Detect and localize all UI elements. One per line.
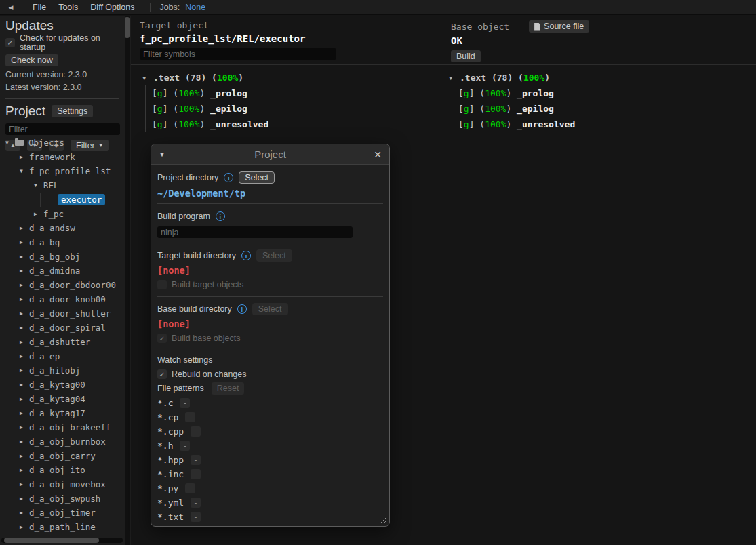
menu-tools[interactable]: Tools xyxy=(52,3,84,12)
tree-item-executor[interactable]: executor xyxy=(0,193,124,207)
chevron-right-icon[interactable]: ▶ xyxy=(20,424,29,430)
symbol-row-_epilog[interactable]: [g] (100%) _epilog xyxy=(152,101,268,117)
sidebar-scrollbar-thumb[interactable] xyxy=(125,17,130,38)
tree-item-d_a_bg_obj[interactable]: ▶d_a_bg_obj xyxy=(0,249,124,264)
chevron-right-icon[interactable]: ▶ xyxy=(20,154,29,160)
tree-item-d_a_obj_carry[interactable]: ▶d_a_obj_carry xyxy=(0,449,124,463)
filter-symbols-input[interactable] xyxy=(140,48,336,60)
chevron-down-icon[interactable]: ▼ xyxy=(5,140,15,146)
tree-item-Objects[interactable]: ▼Objects xyxy=(0,136,124,150)
checkbox-rebuild[interactable] xyxy=(157,369,167,379)
tree-item-d_a_obj_burnbox[interactable]: ▶d_a_obj_burnbox xyxy=(0,435,124,449)
tree-item-d_a_andsw[interactable]: ▶d_a_andsw xyxy=(0,221,124,235)
info-icon[interactable]: i xyxy=(241,251,251,260)
tree-item-d_a_obj_brakeeff[interactable]: ▶d_a_obj_brakeeff xyxy=(0,420,124,435)
checkbox-check-updates[interactable] xyxy=(5,38,15,47)
close-icon[interactable]: ✕ xyxy=(371,149,382,160)
build-program-input[interactable] xyxy=(157,226,353,238)
chevron-right-icon[interactable]: ▶ xyxy=(20,254,29,260)
tree-item-d_a_ep[interactable]: ▶d_a_ep xyxy=(0,349,124,363)
sidebar-scrollbar[interactable] xyxy=(125,16,130,545)
section-text-header[interactable]: ▼ .text (78) (100%) xyxy=(142,70,268,85)
tree-item-d_a_door_knob00[interactable]: ▶d_a_door_knob00 xyxy=(0,292,124,306)
chevron-right-icon[interactable]: ▶ xyxy=(20,296,29,302)
chevron-right-icon[interactable]: ▶ xyxy=(20,453,29,459)
remove-pattern-button[interactable]: - xyxy=(185,483,195,493)
tree-item-d_a_obj_movebox[interactable]: ▶d_a_obj_movebox xyxy=(0,477,124,491)
remove-pattern-button[interactable]: - xyxy=(180,441,190,451)
remove-pattern-button[interactable]: - xyxy=(191,512,201,522)
section-text-header[interactable]: ▼ .text (78) (100%) xyxy=(449,70,575,85)
chevron-right-icon[interactable]: ▶ xyxy=(20,282,29,288)
chevron-down-icon[interactable]: ▼ xyxy=(20,168,29,174)
tree-item-d_a_obj_timer[interactable]: ▶d_a_obj_timer xyxy=(0,506,124,520)
chevron-right-icon[interactable]: ▶ xyxy=(20,439,29,445)
chevron-right-icon[interactable]: ▶ xyxy=(20,367,29,374)
chevron-right-icon[interactable]: ▶ xyxy=(20,339,29,345)
symbol-row-_prolog[interactable]: [g] (100%) _prolog xyxy=(458,85,575,101)
checkbox-build-target[interactable] xyxy=(157,280,167,289)
tree-item-d_a_bg[interactable]: ▶d_a_bg xyxy=(0,235,124,249)
symbol-row-_unresolved[interactable]: [g] (100%) _unresolved xyxy=(152,117,268,132)
chevron-right-icon[interactable]: ▶ xyxy=(20,382,29,388)
symbol-row-_unresolved[interactable]: [g] (100%) _unresolved xyxy=(458,117,575,132)
info-icon[interactable]: i xyxy=(224,173,233,182)
tree-horizontal-scrollbar-thumb[interactable] xyxy=(4,538,99,543)
chevron-right-icon[interactable]: ▶ xyxy=(20,524,29,530)
remove-pattern-button[interactable]: - xyxy=(191,469,201,479)
target-build-dir-select-button[interactable]: Select xyxy=(256,249,292,262)
chevron-right-icon[interactable]: ▶ xyxy=(20,353,29,359)
updates-startup-checkbox-row[interactable]: Check for updates on startup xyxy=(5,36,124,49)
chevron-right-icon[interactable]: ▶ xyxy=(20,325,29,331)
chevron-right-icon[interactable]: ▶ xyxy=(20,481,29,487)
info-icon[interactable]: i xyxy=(216,211,225,221)
info-icon[interactable]: i xyxy=(237,304,247,314)
check-now-button[interactable]: Check now xyxy=(5,54,58,66)
jobs-none-link[interactable]: None xyxy=(185,3,205,12)
build-target-objects-row[interactable]: Build target objects xyxy=(157,278,383,291)
tree-item-d_a_dmidna[interactable]: ▶d_a_dmidna xyxy=(0,264,124,278)
back-icon[interactable]: ◀ xyxy=(0,4,22,11)
tree-item-d_a_obj_swpush[interactable]: ▶d_a_obj_swpush xyxy=(0,491,124,506)
tree-item-d_a_dshutter[interactable]: ▶d_a_dshutter xyxy=(0,335,124,349)
tree-item-d_a_hitobj[interactable]: ▶d_a_hitobj xyxy=(0,363,124,378)
project-directory-select-button[interactable]: Select xyxy=(239,171,275,184)
resize-handle-icon[interactable] xyxy=(380,517,387,524)
tree-item-REL[interactable]: ▼REL xyxy=(0,178,124,193)
build-button[interactable]: Build xyxy=(451,50,481,62)
chevron-right-icon[interactable]: ▶ xyxy=(20,225,29,231)
tree-item-framework[interactable]: ▶framework xyxy=(0,150,124,164)
remove-pattern-button[interactable]: - xyxy=(191,426,201,437)
source-file-button[interactable]: Source file xyxy=(529,20,589,33)
tree-item-d_a_obj_ito[interactable]: ▶d_a_obj_ito xyxy=(0,463,124,477)
chevron-right-icon[interactable]: ▶ xyxy=(34,211,43,217)
symbol-row-_epilog[interactable]: [g] (100%) _epilog xyxy=(458,101,575,117)
project-filter-input[interactable] xyxy=(5,123,120,135)
tree-item-d_a_door_spiral[interactable]: ▶d_a_door_spiral xyxy=(0,321,124,335)
tree-item-d_a_door_dbdoor00[interactable]: ▶d_a_door_dbdoor00 xyxy=(0,278,124,292)
symbol-row-_prolog[interactable]: [g] (100%) _prolog xyxy=(152,85,268,101)
menu-diff-options[interactable]: Diff Options xyxy=(84,3,140,12)
chevron-down-icon[interactable]: ▼ xyxy=(34,182,43,188)
chevron-right-icon[interactable]: ▶ xyxy=(20,467,29,473)
menu-file[interactable]: File xyxy=(26,3,52,12)
tree-item-f_pc[interactable]: ▶f_pc xyxy=(0,207,124,221)
tree-item-d_a_kytag00[interactable]: ▶d_a_kytag00 xyxy=(0,378,124,392)
chevron-right-icon[interactable]: ▶ xyxy=(20,410,29,416)
dialog-titlebar[interactable]: ▼ Project ✕ xyxy=(151,144,389,165)
rebuild-on-changes-row[interactable]: Rebuild on changes xyxy=(157,367,383,381)
tree-horizontal-scrollbar[interactable] xyxy=(1,538,123,543)
remove-pattern-button[interactable]: - xyxy=(191,455,201,465)
tree-item-d_a_kytag04[interactable]: ▶d_a_kytag04 xyxy=(0,392,124,406)
chevron-right-icon[interactable]: ▶ xyxy=(20,310,29,317)
chevron-right-icon[interactable]: ▶ xyxy=(20,396,29,402)
remove-pattern-button[interactable]: - xyxy=(196,526,206,527)
reset-button[interactable]: Reset xyxy=(212,382,245,395)
chevron-right-icon[interactable]: ▶ xyxy=(20,510,29,516)
chevron-right-icon[interactable]: ▶ xyxy=(20,268,29,274)
remove-pattern-button[interactable]: - xyxy=(191,498,201,508)
tree-item-d_a_path_line[interactable]: ▶d_a_path_line xyxy=(0,520,124,534)
tree-item-f_pc_profile_lst[interactable]: ▼f_pc_profile_lst xyxy=(0,164,124,178)
remove-pattern-button[interactable]: - xyxy=(185,412,195,422)
build-base-objects-row[interactable]: Build base objects xyxy=(157,331,383,345)
